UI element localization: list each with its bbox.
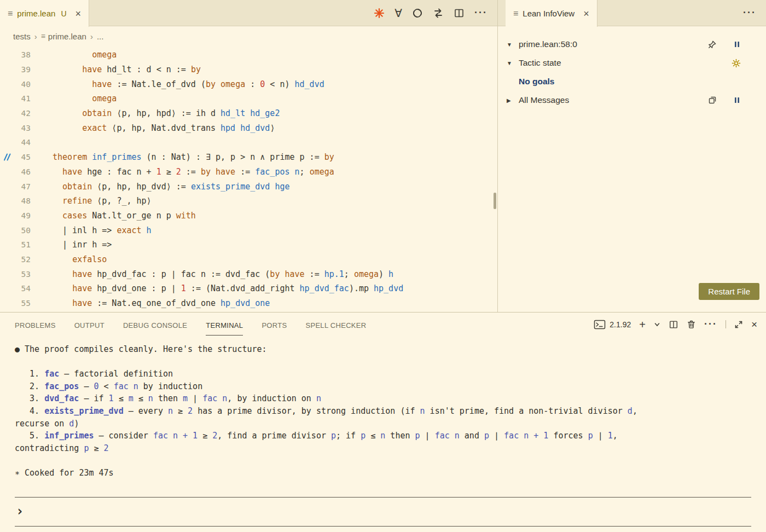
code-text: theorem inf_primes (n : Nat) : ∃ p, p > … <box>31 152 334 162</box>
code-line[interactable]: 49 cases Nat.lt_or_ge n p with <box>0 209 497 223</box>
restart-file-button[interactable]: Restart File <box>699 283 759 300</box>
infoview-tab-title: Lean InfoView <box>523 9 574 18</box>
code-line[interactable]: 48 refine ⟨p, ?_, hp⟩ <box>0 194 497 209</box>
file-icon: ≡ <box>8 9 13 19</box>
line-number: 52 <box>14 255 31 264</box>
panel-tab-problems[interactable]: PROBLEMS <box>15 314 56 336</box>
code-line[interactable]: 45theorem inf_primes (n : Nat) : ∃ p, p … <box>0 150 497 165</box>
position-section[interactable]: ▼ prime.lean:58:0 <box>498 35 766 54</box>
panel-tab-output[interactable]: OUTPUT <box>74 314 105 336</box>
code-text: exact ⟨p, hp, Nat.dvd_trans hpd hd_dvd⟩ <box>31 123 275 133</box>
editor-tabbar: ≡ prime.lean U × ∀ <box>0 0 497 26</box>
position-header: prime.lean:58:0 <box>519 39 577 49</box>
caret-down-icon[interactable]: ▼ <box>507 60 517 66</box>
code-line[interactable]: 41 omega <box>0 91 497 106</box>
code-text: refine ⟨p, ?_, hp⟩ <box>31 196 152 206</box>
code-line[interactable]: 43 exact ⟨p, hp, Nat.dvd_trans hpd hd_dv… <box>0 120 497 135</box>
code-line[interactable]: 55 have := Nat.eq_one_of_dvd_one hp_dvd_… <box>0 296 497 311</box>
terminal-selector[interactable]: 2.1.92 <box>594 320 631 329</box>
split-editor-icon[interactable] <box>454 8 465 19</box>
code-line[interactable]: 38 omega <box>0 48 497 62</box>
code-text: | inl h => exact h <box>31 225 152 235</box>
close-panel-icon[interactable]: × <box>751 319 757 329</box>
new-terminal-button[interactable]: + <box>639 319 646 330</box>
terminal-line: ● The proof compiles cleanly. Here's the… <box>15 343 751 356</box>
open-in-editor-icon[interactable] <box>708 96 717 105</box>
trash-icon[interactable] <box>687 320 696 329</box>
chevron-right-icon: › <box>90 32 93 41</box>
code-line[interactable]: 44 <box>0 135 497 150</box>
panel-tab-spell-checker[interactable]: SPELL CHECKER <box>305 314 366 336</box>
prompt-row[interactable]: › <box>15 498 751 526</box>
lean-infoview-toggle-icon[interactable]: ∀ <box>394 7 402 20</box>
code-text: have hp_dvd_one : p ∣ 1 := (Nat.dvd_add_… <box>31 284 403 293</box>
terminal-output: ● The proof compiles cleanly. Here's the… <box>15 343 751 479</box>
breadcrumb: tests › ≡ prime.lean › ... <box>0 26 497 46</box>
loogle-icon[interactable] <box>374 8 385 19</box>
chevron-down-icon[interactable] <box>654 321 660 328</box>
close-tab-icon[interactable]: × <box>76 9 82 19</box>
code-text: omega <box>31 94 117 103</box>
panel-tab-debug-console[interactable]: DEBUG CONSOLE <box>123 314 187 336</box>
separator <box>726 320 726 328</box>
code-line[interactable]: 46 have hge : fac n + 1 ≥ 2 := by have :… <box>0 165 497 180</box>
breadcrumb-item-symbol[interactable]: ... <box>97 32 104 41</box>
pin-icon[interactable] <box>707 40 717 49</box>
terminal[interactable]: ● The proof compiles cleanly. Here's the… <box>0 337 766 532</box>
breadcrumb-item-tests[interactable]: tests <box>13 32 31 41</box>
code-text: exfalso <box>31 255 107 264</box>
line-number: 53 <box>14 270 31 279</box>
all-messages-header: All Messages <box>519 95 569 105</box>
code-line[interactable]: 40 have := Nat.le_of_dvd (by omega : 0 <… <box>0 77 497 91</box>
tactic-state-section[interactable]: ▼ Tactic state <box>498 54 766 72</box>
code-line[interactable]: 52 exfalso <box>0 252 497 267</box>
code-text: obtain ⟨p, hp, hp_dvd⟩ := exists_prime_d… <box>31 182 290 192</box>
code-line[interactable]: 51 | inr h => <box>0 238 497 252</box>
top-area: ≡ prime.lean U × ∀ <box>0 0 766 312</box>
terminal-line: 3. dvd_fac — if 1 ≤ m ≤ n then m ∣ fac n… <box>15 392 751 405</box>
code-line[interactable]: 42 obtain ⟨p, hp, hpd⟩ := ih d hd_lt hd_… <box>0 106 497 121</box>
goals-status: No goals <box>498 72 766 91</box>
close-infoview-icon[interactable]: × <box>583 9 589 19</box>
maximize-panel-icon[interactable] <box>734 320 743 329</box>
code-line[interactable]: 50 | inl h => exact h <box>0 223 497 238</box>
compare-changes-icon[interactable] <box>433 8 444 19</box>
code-text: have := Nat.le_of_dvd (by omega : 0 < n)… <box>31 79 324 89</box>
all-messages-section[interactable]: ▶ All Messages <box>498 91 766 109</box>
code-line[interactable]: 39 have hd_lt : d < n := by <box>0 62 497 77</box>
terminal-line: 1. fac — factorial definition <box>15 368 751 380</box>
line-number: 46 <box>14 167 31 176</box>
caret-right-icon[interactable]: ▶ <box>507 97 517 103</box>
code-text: cases Nat.lt_or_ge n p with <box>31 211 196 221</box>
tab-prime-lean[interactable]: ≡ prime.lean U × <box>0 0 89 27</box>
panel-tab-ports[interactable]: PORTS <box>262 314 287 336</box>
code-text: have hge : fac n + 1 ≥ 2 := by have := f… <box>31 167 334 177</box>
panel-tab-terminal[interactable]: TERMINAL <box>206 314 243 336</box>
code-text: have := Nat.eq_one_of_dvd_one hp_dvd_one <box>31 298 270 308</box>
caret-down-icon[interactable]: ▼ <box>507 42 517 48</box>
code-line[interactable]: 47 obtain ⟨p, hp, hp_dvd⟩ := exists_prim… <box>0 179 497 194</box>
line-number: 50 <box>14 226 31 235</box>
terminal-line <box>15 454 751 467</box>
chatgpt-icon[interactable] <box>412 8 423 19</box>
split-terminal-icon[interactable] <box>669 320 678 329</box>
code-area[interactable]: 38 omega39 have hd_lt : d < n := by40 ha… <box>0 46 497 312</box>
panel-actions: 2.1.92 + ··· × <box>594 319 757 330</box>
more-actions-icon[interactable]: ··· <box>474 7 488 19</box>
infoview-icon: ≡ <box>513 9 518 19</box>
prompt-separator-bottom <box>15 526 751 527</box>
terminal-line: 4. exists_prime_dvd — every n ≥ 2 has a … <box>15 405 751 418</box>
more-actions-icon[interactable]: ··· <box>743 7 756 19</box>
breadcrumb-item-file[interactable]: ≡ prime.lean <box>41 32 86 41</box>
terminal-version-label: 2.1.92 <box>610 320 631 329</box>
pause-icon[interactable] <box>733 96 741 104</box>
tab-lean-infoview[interactable]: ≡ Lean InfoView × <box>506 0 597 27</box>
file-icon: ≡ <box>41 32 45 41</box>
line-number: 41 <box>14 94 31 103</box>
pause-icon[interactable] <box>733 41 741 48</box>
gear-icon[interactable] <box>732 59 741 68</box>
code-line[interactable]: 54 have hp_dvd_one : p ∣ 1 := (Nat.dvd_a… <box>0 281 497 296</box>
code-line[interactable]: 53 have hp_dvd_fac : p ∣ fac n := dvd_fa… <box>0 267 497 281</box>
editor-scrollbar-thumb[interactable] <box>494 193 496 209</box>
more-actions-icon[interactable]: ··· <box>704 319 717 330</box>
